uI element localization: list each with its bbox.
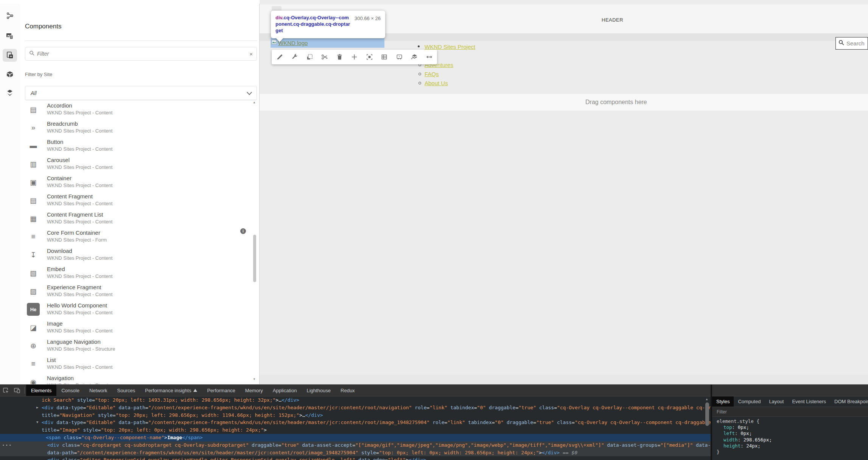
component-list-item[interactable]: ▨ Experience Fragment WKND Sites Project…: [25, 282, 248, 301]
components-icon[interactable]: [3, 49, 17, 62]
assets-icon[interactable]: [3, 30, 17, 42]
scrollbar-thumb[interactable]: [705, 402, 709, 426]
delete-icon[interactable]: [335, 53, 344, 61]
layout-icon[interactable]: [305, 53, 314, 61]
styles-filter-input[interactable]: Filter: [712, 407, 868, 417]
component-list-item[interactable]: ▬ Button WKND Sites Project - Content: [25, 137, 248, 155]
edit-icon[interactable]: [275, 53, 284, 61]
cut-icon[interactable]: [320, 53, 329, 61]
css-property[interactable]: width: 298.656px;: [717, 437, 772, 443]
devtools-tab-memory[interactable]: Memory: [240, 385, 268, 396]
insert-component-icon[interactable]: [350, 53, 359, 61]
navigation-icon: ◉: [26, 375, 40, 384]
styles-tab-layout[interactable]: Layout: [765, 396, 788, 407]
devtools-tab-bar: ElementsConsoleNetworkSourcesPerformance…: [0, 385, 868, 396]
styles-tab-dom-breakpoints[interactable]: DOM Breakpoints: [830, 396, 868, 407]
scroll-up-icon[interactable]: ▲: [253, 101, 256, 104]
devtools-tab-redux[interactable]: Redux: [336, 385, 360, 396]
experience-fragment-icon: ▨: [26, 284, 40, 298]
dom-tree-node[interactable]: title="Image" style="top: 20px; left: 0p…: [0, 426, 711, 434]
collapse-icon[interactable]: ▼: [36, 419, 38, 426]
inspect-highlight-image-component[interactable]: WKND logo: [271, 38, 384, 48]
expand-icon[interactable]: ▶: [36, 404, 38, 412]
devtools-tab-lighthouse[interactable]: Lighthouse: [302, 385, 336, 396]
carousel-icon: ▥: [26, 157, 40, 171]
node-options-icon[interactable]: ···: [2, 441, 12, 449]
component-list-item[interactable]: ▦ Content Fragment List WKND Sites Proje…: [25, 210, 248, 228]
site-filter-select[interactable]: All: [25, 86, 257, 100]
search-icon: [838, 40, 844, 47]
info-icon[interactable]: i: [240, 228, 246, 234]
nav-link-wknd-sites-project[interactable]: WKND Sites Project: [425, 44, 475, 50]
element-style-rule[interactable]: element.style { top: 0px;left: 0px;width…: [717, 418, 772, 455]
component-list-item[interactable]: ◪ Image WKND Sites Project - Content: [25, 319, 248, 337]
devtools-tab-console[interactable]: Console: [56, 385, 84, 396]
device-toolbar-icon[interactable]: [11, 385, 23, 396]
nav-link-faqs[interactable]: FAQs: [425, 71, 439, 77]
components-scrollbar[interactable]: ▲ ▼: [252, 101, 257, 383]
styles-filter-placeholder: Filter: [717, 409, 727, 415]
scroll-down-icon[interactable]: ▼: [253, 377, 256, 381]
list-icon[interactable]: [380, 53, 389, 61]
dom-tree-node[interactable]: ▶<div data-type="Editable" data-path="/c…: [0, 404, 711, 412]
component-list-item[interactable]: » Breadcrumb WKND Sites Project - Conten…: [25, 119, 248, 137]
divider: [25, 100, 257, 100]
filter-placeholder: Filter: [37, 51, 249, 57]
component-list-item[interactable]: ▤ Accordion WKND Sites Project - Content: [25, 101, 248, 119]
devtools-tab-application[interactable]: Application: [268, 385, 302, 396]
embed-icon: ▧: [26, 266, 40, 280]
component-list-item[interactable]: ◉ Navigation WKND Sites Project - Struct…: [25, 373, 248, 384]
experience-fragment-icon[interactable]: [410, 53, 418, 61]
devtools-tab-performance-insights[interactable]: Performance insights: [140, 385, 202, 396]
dom-tree-node[interactable]: title="Navigation" style="top: 20px; lef…: [0, 412, 711, 419]
component-list-item[interactable]: ≡ Core Form Container WKND Sites Project…: [25, 228, 248, 246]
component-list-item[interactable]: ▥ Carousel WKND Sites Project - Content: [25, 155, 248, 173]
resize-icon[interactable]: [425, 53, 433, 61]
layers-icon[interactable]: [3, 86, 17, 99]
list-bullet: [418, 73, 421, 75]
dom-tree-node[interactable]: <span class="cq-Overlay--component-name"…: [0, 434, 711, 441]
elements-scrollbar[interactable]: ▲: [704, 396, 711, 460]
css-property[interactable]: left: 0px;: [717, 430, 772, 437]
devtools-tab-sources[interactable]: Sources: [112, 385, 140, 396]
dom-tree-node[interactable]: ▼<div data-type="Editable" data-path="/c…: [0, 419, 711, 426]
component-list-item[interactable]: ≡ List WKND Sites Project - Content: [25, 355, 248, 373]
devtools-tab-performance[interactable]: Performance: [202, 385, 240, 396]
dom-tree-node[interactable]: ick Search" style="top: 20px; left: 1493…: [0, 396, 711, 404]
nav-link-about-us[interactable]: About Us: [425, 80, 448, 86]
inspect-element-icon[interactable]: [0, 385, 11, 396]
component-list-item[interactable]: ↧ Download WKND Sites Project - Content: [25, 246, 248, 264]
select-container-icon[interactable]: [365, 53, 373, 61]
styles-tab-event-listeners[interactable]: Event Listeners: [788, 396, 830, 407]
component-list-item[interactable]: ⊕ Language Navigation WKND Sites Project…: [25, 337, 248, 355]
css-property[interactable]: top: 0px;: [717, 424, 772, 430]
component-list-item[interactable]: He Hello World Component WKND Sites Proj…: [25, 301, 248, 319]
panel-icon[interactable]: [395, 53, 403, 61]
devtools-tab-elements[interactable]: Elements: [26, 385, 56, 396]
styles-tab-computed[interactable]: Computed: [734, 396, 765, 407]
dom-tree-node[interactable]: data-path="/content/experience-fragments…: [0, 449, 711, 457]
overlay-tab: [272, 6, 282, 11]
accordion-icon: ▤: [26, 103, 40, 116]
component-list-item[interactable]: ▣ Container WKND Sites Project - Content: [25, 173, 248, 192]
search-icon: [29, 50, 34, 57]
search-input[interactable]: Search: [835, 37, 868, 50]
breadcrumb-icon: »: [26, 121, 40, 134]
styles-tab-styles[interactable]: Styles: [712, 396, 734, 407]
scrollbar-thumb[interactable]: [253, 235, 256, 282]
share-icon[interactable]: [3, 9, 17, 22]
clear-filter-icon[interactable]: ×: [249, 51, 253, 57]
content-fragment-list-icon: ▦: [26, 212, 40, 225]
package-icon[interactable]: [3, 68, 17, 81]
language-navigation-icon: ⊕: [26, 339, 40, 352]
devtools-tab-network[interactable]: Network: [84, 385, 112, 396]
dom-tree-node[interactable]: <div class="editor-ResponsiveGrid-overla…: [0, 456, 711, 460]
dom-tree-node[interactable]: ···<div class="cq-droptarget cq-subdropt…: [0, 441, 711, 449]
component-list-item[interactable]: ▤ Content Fragment WKND Sites Project - …: [25, 192, 248, 210]
component-list-item[interactable]: ▧ Embed WKND Sites Project - Content: [25, 264, 248, 282]
devtools-panel: ElementsConsoleNetworkSourcesPerformance…: [0, 384, 868, 460]
scroll-up-icon[interactable]: ▲: [705, 398, 708, 401]
css-property[interactable]: height: 24px;: [717, 443, 772, 449]
configure-icon[interactable]: [291, 53, 299, 61]
component-filter-input[interactable]: Filter ×: [25, 47, 257, 61]
